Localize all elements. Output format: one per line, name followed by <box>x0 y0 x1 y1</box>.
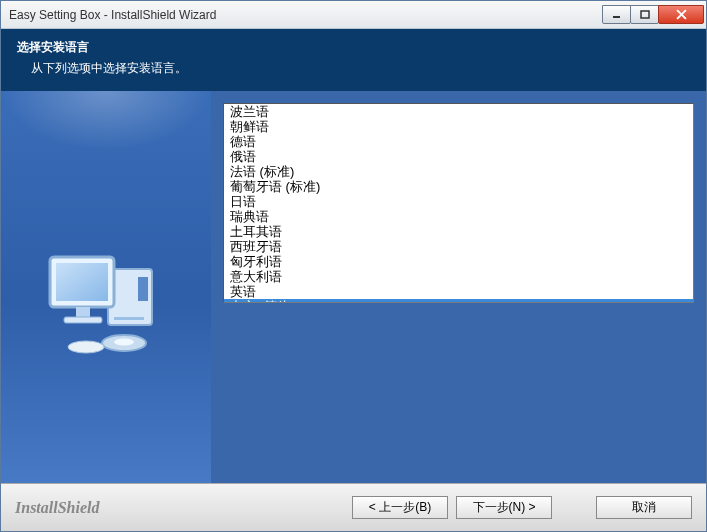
language-option[interactable]: 土耳其语 <box>224 224 693 239</box>
svg-point-13 <box>68 341 104 353</box>
header-title: 选择安装语言 <box>17 39 690 56</box>
next-button[interactable]: 下一步(N) > <box>456 496 552 519</box>
language-option[interactable]: 日语 <box>224 194 693 209</box>
window-controls <box>603 5 704 24</box>
titlebar: Easy Setting Box - InstallShield Wizard <box>1 1 706 29</box>
language-listbox[interactable]: 波兰语朝鲜语德语俄语法语 (标准)葡萄牙语 (标准)日语瑞典语土耳其语西班牙语匈… <box>223 103 694 303</box>
svg-rect-10 <box>64 317 102 323</box>
computer-icon <box>36 229 176 369</box>
svg-rect-1 <box>641 11 649 18</box>
window-title: Easy Setting Box - InstallShield Wizard <box>9 8 603 22</box>
language-option[interactable]: 波兰语 <box>224 104 693 119</box>
maximize-button[interactable] <box>630 5 659 24</box>
close-button[interactable] <box>658 5 704 24</box>
svg-point-12 <box>114 339 134 346</box>
language-option[interactable]: 俄语 <box>224 149 693 164</box>
svg-rect-5 <box>138 277 148 301</box>
svg-rect-4 <box>108 269 152 325</box>
language-option[interactable]: 中文 (简体) <box>224 299 693 303</box>
language-option[interactable]: 匈牙利语 <box>224 254 693 269</box>
wizard-footer: InstallShield < 上一步(B) 下一步(N) > 取消 <box>1 483 706 531</box>
sidebar <box>1 91 211 507</box>
svg-rect-6 <box>114 317 144 320</box>
wizard-body: 波兰语朝鲜语德语俄语法语 (标准)葡萄牙语 (标准)日语瑞典语土耳其语西班牙语匈… <box>1 91 706 507</box>
back-button[interactable]: < 上一步(B) <box>352 496 448 519</box>
minimize-button[interactable] <box>602 5 631 24</box>
language-option[interactable]: 葡萄牙语 (标准) <box>224 179 693 194</box>
header-subtitle: 从下列选项中选择安装语言。 <box>17 60 690 77</box>
language-option[interactable]: 瑞典语 <box>224 209 693 224</box>
main-panel: 波兰语朝鲜语德语俄语法语 (标准)葡萄牙语 (标准)日语瑞典语土耳其语西班牙语匈… <box>211 91 706 507</box>
svg-rect-9 <box>76 307 90 317</box>
language-option[interactable]: 法语 (标准) <box>224 164 693 179</box>
language-option[interactable]: 英语 <box>224 284 693 299</box>
installer-window: Easy Setting Box - InstallShield Wizard … <box>0 0 707 532</box>
cancel-button[interactable]: 取消 <box>596 496 692 519</box>
language-option[interactable]: 意大利语 <box>224 269 693 284</box>
svg-rect-8 <box>56 263 108 301</box>
installshield-brand: InstallShield <box>15 499 344 517</box>
language-option[interactable]: 朝鲜语 <box>224 119 693 134</box>
language-option[interactable]: 德语 <box>224 134 693 149</box>
wizard-header: 选择安装语言 从下列选项中选择安装语言。 <box>1 29 706 91</box>
language-option[interactable]: 西班牙语 <box>224 239 693 254</box>
